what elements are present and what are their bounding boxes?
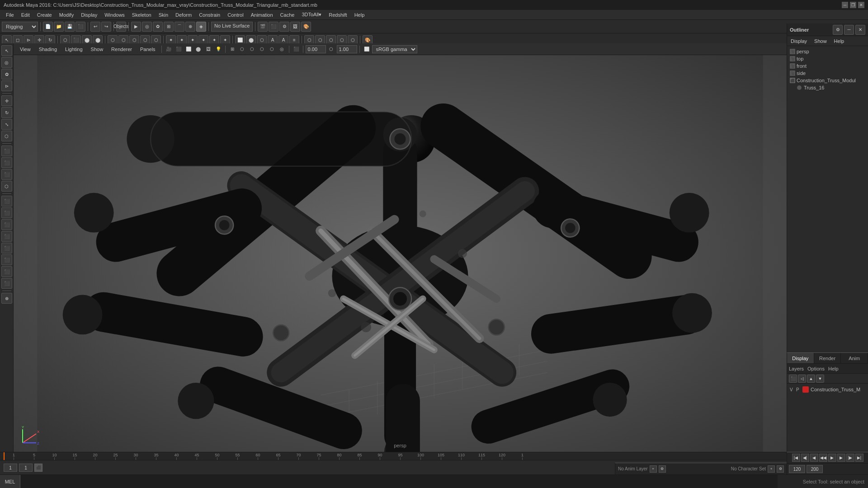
- menu-control[interactable]: Control: [224, 11, 246, 19]
- prev-key-btn[interactable]: ◀|: [801, 454, 809, 462]
- lasso-left-btn[interactable]: ◎: [1, 57, 12, 68]
- hypershade-btn[interactable]: 🎨: [301, 22, 311, 32]
- timeline-ruler[interactable]: 1 5 10 15 20 25: [0, 452, 787, 460]
- vp-cam-btn[interactable]: 🎥: [164, 45, 173, 54]
- redo-btn[interactable]: ↪: [101, 22, 111, 32]
- restore-button[interactable]: ❐: [850, 2, 856, 8]
- save-as-btn[interactable]: ⬛: [75, 22, 85, 32]
- anim1-left-btn[interactable]: ⬛: [1, 196, 12, 206]
- layer-down-btn[interactable]: ▼: [816, 375, 824, 383]
- timeline-playhead[interactable]: [4, 452, 5, 460]
- minimize-button[interactable]: ─: [842, 2, 848, 8]
- layer-row-construction-truss[interactable]: V P Construction_Truss_M: [789, 385, 866, 394]
- paint-sel-btn[interactable]: ✿: [153, 22, 163, 32]
- snap-curve-btn[interactable]: ⌒: [175, 22, 184, 32]
- vp-shading-menu[interactable]: Shading: [35, 46, 61, 53]
- scale-left-btn[interactable]: ⤡: [1, 119, 12, 130]
- outliner-help-menu[interactable]: Help: [832, 38, 846, 45]
- menu-skeleton[interactable]: Skeleton: [129, 11, 155, 19]
- anim-layer-add-btn[interactable]: +: [650, 465, 657, 473]
- vp-isolate-btn[interactable]: ⊞: [228, 45, 237, 54]
- vp-wire-btn[interactable]: ⬜: [184, 45, 193, 54]
- vp-xray-btn[interactable]: ◎: [278, 45, 287, 54]
- mode-dropdown[interactable]: Rigging Animation Modeling: [2, 22, 38, 32]
- anim6-left-btn[interactable]: ⬛: [1, 254, 12, 265]
- menu-modify[interactable]: Modify: [56, 11, 77, 19]
- vp-clamp-btn[interactable]: ⬡: [327, 45, 336, 54]
- vp-shade-btn[interactable]: ⬤: [194, 45, 203, 54]
- render-btn[interactable]: 🎬: [258, 22, 268, 32]
- menu-file[interactable]: File: [3, 11, 17, 19]
- view3-left-btn[interactable]: ⬛: [1, 169, 12, 180]
- go-end-btn[interactable]: ▶|: [855, 454, 863, 462]
- layer-color-swatch[interactable]: [802, 386, 809, 393]
- play-fwd-btn[interactable]: ▶: [828, 454, 836, 462]
- menu-animation[interactable]: Animation: [248, 11, 276, 19]
- close-button[interactable]: ✕: [858, 2, 864, 8]
- menu-edit[interactable]: Edit: [18, 11, 33, 19]
- view2-left-btn[interactable]: ⬛: [1, 157, 12, 168]
- vp-view-menu[interactable]: View: [16, 46, 34, 53]
- anim7-left-btn[interactable]: ⬛: [1, 266, 12, 277]
- vp-hud-btn[interactable]: ⬡: [268, 45, 277, 54]
- create-layer-btn[interactable]: ⬛: [789, 375, 797, 383]
- misc-left-btn[interactable]: ⊕: [1, 293, 12, 304]
- vp-lighting-menu[interactable]: Lighting: [61, 46, 86, 53]
- outliner-item-truss16[interactable]: Truss_16: [796, 84, 866, 91]
- vp-colorspace-select[interactable]: sRGB gamma: [372, 45, 417, 53]
- transform2-left-btn[interactable]: ⬡: [1, 131, 12, 141]
- menu-redshift[interactable]: Redshift: [326, 11, 350, 19]
- outliner-item-construction-truss[interactable]: ⬛ Construction_Truss_Modul: [789, 77, 866, 84]
- fr-range-end[interactable]: [807, 465, 823, 473]
- tab-anim[interactable]: Anim: [841, 353, 868, 363]
- outliner-display-menu[interactable]: Display: [789, 38, 809, 45]
- tab-render[interactable]: Render: [814, 353, 841, 363]
- layer-up-btn[interactable]: ▲: [807, 375, 815, 383]
- step-back-btn[interactable]: ◀: [810, 454, 818, 462]
- objects-label-btn[interactable]: Objects: [116, 22, 126, 32]
- menu-cache[interactable]: Cache: [277, 11, 298, 19]
- outliner-show-menu[interactable]: Show: [812, 38, 829, 45]
- vp-show-menu[interactable]: Show: [87, 46, 107, 53]
- paint-left-btn[interactable]: ✿: [1, 69, 12, 80]
- view1-left-btn[interactable]: ⬛: [1, 145, 12, 156]
- vp-input-2[interactable]: 1.00: [337, 45, 357, 53]
- outliner-item-side[interactable]: 🎥 side: [789, 70, 866, 77]
- anim4-left-btn[interactable]: ⬛: [1, 231, 12, 242]
- vp-tex-btn[interactable]: 🖼: [204, 45, 213, 54]
- timeline-start-frame[interactable]: [4, 464, 17, 472]
- mel-input[interactable]: [20, 475, 778, 488]
- select-tool-btn[interactable]: ▶: [131, 22, 141, 32]
- menu-skin[interactable]: Skin: [156, 11, 171, 19]
- vp-panels-menu[interactable]: Panels: [137, 46, 159, 53]
- menu-constrain[interactable]: Constrain: [196, 11, 223, 19]
- outliner-minimize-btn[interactable]: ─: [844, 25, 854, 35]
- ipr-btn[interactable]: ⬛: [269, 22, 278, 32]
- menu-create[interactable]: Create: [34, 11, 55, 19]
- timeline-current-frame[interactable]: [19, 464, 33, 472]
- vp-disp-btn[interactable]: ⬡: [238, 45, 247, 54]
- step-fwd-btn[interactable]: ▶: [837, 454, 845, 462]
- fr-range-start[interactable]: [789, 465, 805, 473]
- layer-options-btn[interactable]: ◁: [798, 375, 806, 383]
- outliner-item-persp[interactable]: 🎥 persp: [789, 48, 866, 55]
- layers-menu[interactable]: Layers: [789, 366, 804, 371]
- vp-light-btn[interactable]: 💡: [214, 45, 223, 54]
- anim3-left-btn[interactable]: ⬛: [1, 219, 12, 230]
- help-layers-menu[interactable]: Help: [828, 366, 839, 371]
- unknown-left-btn[interactable]: ⊳: [1, 80, 12, 91]
- save-scene-btn[interactable]: 💾: [65, 22, 75, 32]
- outliner-item-top[interactable]: 🎥 top: [789, 55, 866, 62]
- viewport-3d[interactable]: X Y Z persp: [14, 55, 787, 452]
- anim5-left-btn[interactable]: ⬛: [1, 243, 12, 253]
- snap-view-btn[interactable]: ◈: [196, 22, 206, 32]
- play-back-btn[interactable]: ◀◀: [819, 454, 827, 462]
- mel-label[interactable]: MEL: [0, 475, 20, 488]
- render-view-btn[interactable]: 🖼: [290, 22, 300, 32]
- menu-3dtoall[interactable]: 3DToAll▾: [298, 11, 325, 19]
- vp-quality-btn[interactable]: ⬛: [292, 45, 301, 54]
- outliner-settings-btn[interactable]: ⚙: [833, 25, 843, 35]
- snap-point-btn[interactable]: ⊕: [185, 22, 195, 32]
- open-scene-btn[interactable]: 📁: [54, 22, 64, 32]
- options-menu[interactable]: Options: [807, 366, 825, 371]
